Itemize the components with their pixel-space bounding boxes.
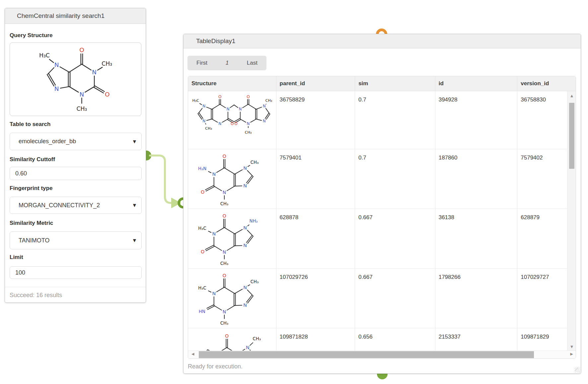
svg-text:O: O	[222, 154, 226, 159]
svg-text:N: N	[246, 345, 250, 350]
chevron-down-icon: ▼	[133, 139, 136, 144]
vertical-scrollbar[interactable]: ▲ ▼	[567, 91, 576, 351]
table-row[interactable]: H₃CONNCH₃ONCH₃N 109871828 0.656 2153337 …	[188, 328, 576, 351]
chemcentral-search-card: ChemCentral similarity search1 Query Str…	[5, 8, 146, 303]
svg-text:O: O	[218, 95, 221, 99]
table-row[interactable]: ONH₃CHNNCH₃NCH₃N 107029726 0.667 1798266…	[188, 269, 576, 328]
column-header-id[interactable]: id	[435, 76, 518, 91]
svg-text:N: N	[243, 302, 247, 308]
structure-cell: ONH₂NONCH₃NCH₃N	[188, 149, 276, 209]
svg-text:N: N	[243, 225, 247, 230]
id-cell: 2153337	[435, 328, 518, 351]
parent-id-cell: 36758829	[276, 91, 355, 149]
svg-text:H₃C: H₃C	[39, 52, 49, 59]
svg-text:CH₃: CH₃	[205, 126, 212, 131]
svg-text:N: N	[223, 190, 226, 195]
similarity-metric-select[interactable]: TANIMOTO ▼	[10, 231, 142, 249]
svg-text:N: N	[263, 119, 266, 123]
svg-text:O: O	[222, 273, 226, 278]
execution-status-text: Ready for execution.	[188, 363, 243, 370]
svg-text:O: O	[234, 121, 237, 126]
column-header-parent-id[interactable]: parent_id	[276, 76, 355, 91]
svg-text:CH₃: CH₃	[102, 60, 112, 67]
svg-text:CH₃: CH₃	[220, 201, 229, 206]
scroll-down-icon[interactable]: ▼	[567, 345, 576, 349]
scroll-left-icon[interactable]: ◀	[191, 352, 194, 356]
workflow-canvas: ChemCentral similarity search1 Query Str…	[0, 0, 588, 384]
column-header-version-id[interactable]: version_id	[517, 76, 576, 91]
results-table: Structure parent_id sim id version_id H₃…	[188, 76, 576, 359]
svg-text:N: N	[202, 104, 205, 108]
card-title-bar[interactable]: ChemCentral similarity search1	[5, 8, 146, 24]
similarity-metric-label: Similarity Metric	[10, 220, 53, 226]
similarity-metric-value: TANIMOTO	[19, 237, 49, 244]
horizontal-scrollbar-thumb[interactable]	[199, 351, 534, 358]
table-to-search-value: emolecules_order_bb	[19, 138, 76, 145]
pagination-bar: First 1 Last	[187, 56, 266, 70]
chevron-down-icon: ▼	[133, 203, 136, 208]
molecule-structure-image: ONH₃CONCH₃NNH₂N	[193, 210, 276, 267]
svg-text:CH₃: CH₃	[220, 321, 229, 325]
structure-cell: ONH₃CHNNCH₃NCH₃N	[188, 269, 276, 328]
scroll-right-icon[interactable]: ▶	[570, 352, 573, 356]
similarity-cutoff-input[interactable]	[10, 167, 142, 180]
similarity-cutoff-label: Similarity Cuttoff	[10, 156, 55, 163]
pagination-first-button[interactable]: First	[196, 60, 207, 66]
svg-text:H₃C: H₃C	[198, 286, 206, 290]
query-structure-label: Query Structure	[10, 32, 52, 39]
table-to-search-select[interactable]: emolecules_order_bb ▼	[10, 133, 142, 150]
svg-text:N: N	[218, 121, 221, 126]
id-cell: 187860	[435, 149, 518, 209]
query-structure-box[interactable]: ONONNNCH₃CH₃H₃C	[10, 42, 141, 116]
parent-id-cell: 7579401	[276, 149, 355, 209]
column-header-sim[interactable]: sim	[355, 76, 435, 91]
svg-text:N: N	[79, 91, 84, 98]
table-row[interactable]: ONH₂NONCH₃NCH₃N 7579401 0.7 187860 75794…	[188, 149, 576, 209]
svg-text:N: N	[223, 309, 226, 314]
chevron-down-icon: ▼	[133, 238, 136, 243]
fingerprint-type-label: Fingerprint type	[10, 185, 52, 192]
svg-text:CH₃: CH₃	[251, 279, 259, 284]
limit-input[interactable]	[10, 266, 142, 279]
svg-text:CH₃: CH₃	[245, 130, 252, 135]
svg-text:N: N	[243, 183, 247, 188]
svg-text:N: N	[226, 107, 229, 111]
search-status-text: Succeed: 16 results	[10, 292, 62, 298]
pagination-last-button[interactable]: Last	[247, 60, 257, 66]
search-status-bar: Succeed: 16 results	[5, 287, 146, 299]
vertical-scrollbar-thumb[interactable]	[569, 103, 574, 169]
horizontal-scrollbar[interactable]: ◀ ▶	[188, 351, 576, 358]
table-row[interactable]: ONH₃CONCH₃NNH₂N 628878 0.667 36138 62887…	[188, 209, 576, 269]
card-title: ChemCentral similarity search1	[17, 12, 105, 20]
svg-text:CH₃: CH₃	[76, 105, 87, 112]
svg-text:N: N	[243, 243, 247, 248]
svg-text:H₃C: H₃C	[198, 226, 206, 231]
sim-cell: 0.667	[355, 209, 435, 268]
svg-text:O: O	[231, 121, 234, 126]
connector-line	[150, 156, 172, 203]
limit-label: Limit	[10, 254, 23, 261]
molecule-structure-image: ONH₂NONCH₃NCH₃N	[193, 151, 276, 207]
id-cell: 36138	[435, 209, 518, 268]
structure-cell: ONH₃CONCH₃NNH₂N	[188, 209, 276, 268]
table-row[interactable]: H₃CNNONONCH₃ONONNNCH₃CH₃ 36758829 0.7 39…	[188, 91, 576, 149]
parent-id-cell: 628878	[276, 209, 355, 268]
svg-text:O: O	[201, 189, 204, 195]
card-title-bar[interactable]: TableDisplay1	[184, 34, 581, 48]
svg-text:N: N	[263, 104, 266, 108]
svg-text:N: N	[247, 121, 250, 126]
id-cell: 1798266	[435, 269, 518, 328]
svg-text:N: N	[92, 69, 97, 76]
svg-text:N: N	[243, 285, 247, 290]
column-header-structure[interactable]: Structure	[188, 76, 276, 91]
svg-text:H₃C: H₃C	[192, 98, 199, 103]
resize-handle[interactable]	[575, 367, 580, 372]
structure-cell: H₃CONNCH₃ONCH₃N	[188, 328, 276, 351]
connector-arrow-icon	[171, 198, 181, 208]
svg-text:NH₂: NH₂	[250, 219, 258, 224]
fingerprint-type-select[interactable]: MORGAN_CONNECTIVITY_2 ▼	[10, 197, 142, 214]
table-display-card: TableDisplay1 First 1 Last Structure par…	[183, 34, 581, 374]
svg-text:N: N	[212, 291, 216, 296]
scroll-up-icon[interactable]: ▲	[567, 94, 576, 97]
card-title: TableDisplay1	[196, 37, 235, 45]
